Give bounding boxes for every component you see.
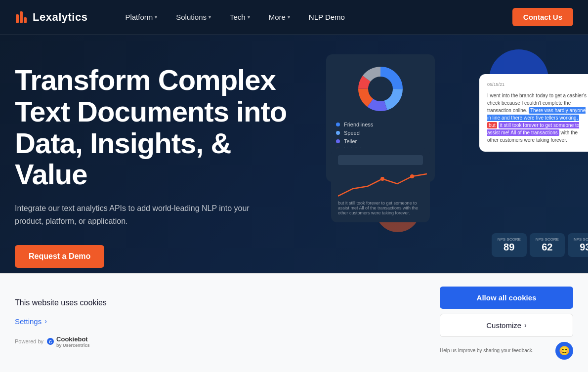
allow-cookies-button[interactable]: Allow all cookies [440,287,573,309]
logo[interactable]: Lexalytics [15,10,87,24]
cookie-left-section: This website uses cookies Settings › Pow… [15,298,440,348]
navbar: Lexalytics Platform ▾ Solutions ▾ Tech ▾… [0,0,588,35]
powered-by-label: Powered by [15,338,43,344]
cookie-powered-section: Powered by C Cookiebot by Usercentrics [15,335,420,348]
nav-solutions[interactable]: Solutions ▾ [168,9,219,25]
request-demo-button[interactable]: Request a Demo [15,245,104,268]
sparkline-label: but it still took forever to get someone… [338,201,423,215]
settings-chevron-icon: › [44,317,47,325]
cookie-banner: This website uses cookies Settings › Pow… [0,273,588,372]
nps-score-3: NPS SCORE 93 [568,233,588,257]
donut-chart [336,64,425,114]
platform-chevron-icon: ▾ [155,14,157,20]
text-analysis-card: 05/15/21 I went into the branch today to… [479,74,588,152]
cookiebot-logo: C Cookiebot by Usercentrics [46,335,90,348]
hero-title: Transform Complex Text Documents into Da… [15,64,292,190]
nps-score-2: NPS SCORE 62 [530,233,565,257]
svg-point-10 [370,78,391,100]
nav-nlp-demo[interactable]: NLP Demo [301,9,353,25]
svg-rect-2 [24,17,27,23]
nav-platform[interactable]: Platform ▾ [117,9,165,25]
filter-bar [338,155,423,165]
logo-icon [15,10,29,24]
nps-label-3: NPS SCORE [574,237,588,242]
cookie-settings-link[interactable]: Settings › [15,317,420,326]
text-card-date: 05/15/21 [487,82,588,87]
customize-chevron-icon: › [524,321,527,329]
svg-text:C: C [49,339,52,344]
more-chevron-icon: ▾ [288,14,290,20]
nps-value-2: 62 [536,242,559,253]
nav-more[interactable]: More ▾ [261,9,298,25]
feedback-row: Help us improve by sharing your feedback… [440,342,573,360]
nav-links: Platform ▾ Solutions ▾ Tech ▾ More ▾ NLP… [117,9,512,25]
nps-card: NPS SCORE 89 NPS SCORE 62 NPS SCORE 93 [492,233,588,257]
feedback-emoji-icon: 😊 [555,342,573,360]
hero-section: Transform Complex Text Documents into Da… [0,35,588,288]
solutions-chevron-icon: ▾ [209,14,211,20]
contact-button[interactable]: Contact Us [512,8,573,26]
svg-rect-0 [16,14,19,23]
hero-illustration: Friendliness Speed Teller Helpfulness Tr… [311,44,588,262]
svg-rect-1 [20,11,23,23]
text-card-body: I went into the branch today to get a ca… [487,92,588,144]
customize-button[interactable]: Customize › [440,314,573,337]
svg-point-12 [410,174,414,178]
cookiebot-name: Cookiebot [56,335,90,343]
brand-name: Lexalytics [33,11,87,24]
nav-tech[interactable]: Tech ▾ [222,9,258,25]
svg-point-11 [380,177,384,181]
cookie-title: This website uses cookies [15,298,420,307]
cookie-right-section: Allow all cookies Customize › Help us im… [440,287,573,360]
nps-score-1: NPS SCORE 89 [492,233,527,257]
nps-label-2: NPS SCORE [536,237,559,242]
sparkline [338,169,423,199]
nps-label-1: NPS SCORE [498,237,521,242]
tech-chevron-icon: ▾ [248,14,250,20]
hero-content: Transform Complex Text Documents into Da… [15,64,292,268]
nps-value-3: 93 [574,242,588,253]
hero-subtitle: Integrate our text analytics APIs to add… [15,202,252,227]
nps-value-1: 89 [498,242,521,253]
cookiebot-sub: by Usercentrics [56,343,90,348]
sparkline-card: but it still took forever to get someone… [331,148,430,222]
feedback-text: Help us improve by sharing your feedback… [440,348,550,353]
